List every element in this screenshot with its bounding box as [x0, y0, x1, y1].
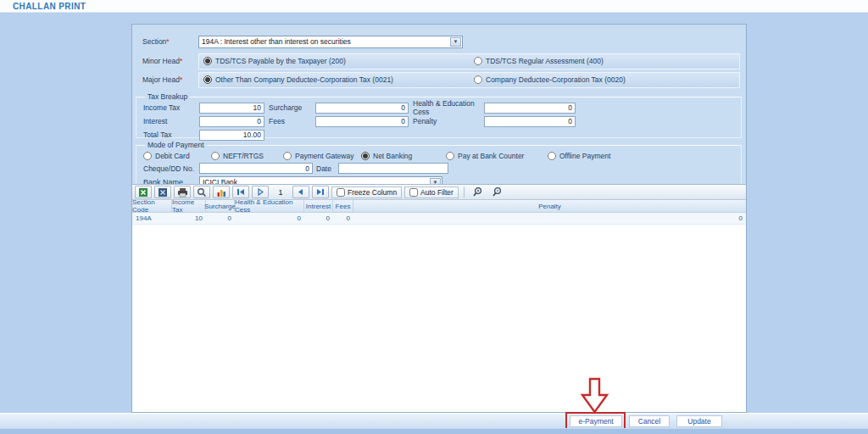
- chevron-down-icon[interactable]: ▼: [450, 37, 461, 47]
- payment-option-debit-card[interactable]: Debit Card: [143, 152, 211, 160]
- bottom-strip: [0, 428, 868, 434]
- payment-option-offline-payment[interactable]: Offline Payment: [548, 152, 610, 160]
- column-header[interactable]: Section Code: [132, 200, 172, 212]
- tax-breakup-row-2: Interest Fees Penalty: [143, 114, 736, 128]
- grid-header-row: Section Code Income Tax Surcharge Health…: [132, 200, 746, 213]
- total-tax-label: Total Tax: [143, 131, 199, 139]
- chart-button[interactable]: [213, 186, 230, 198]
- auto-filter-checkbox[interactable]: [409, 188, 418, 197]
- major-head-option-0020[interactable]: Company Deductee-Corporation Tax (0020): [474, 75, 626, 84]
- column-header[interactable]: Intrerest: [304, 200, 333, 212]
- magnifier-plus-icon: [472, 186, 483, 198]
- magnifier-minus-button[interactable]: [489, 186, 506, 198]
- column-header[interactable]: Surcharge: [206, 200, 235, 212]
- pager-first-button[interactable]: [232, 186, 249, 198]
- income-tax-input[interactable]: [199, 103, 264, 114]
- cheque-dd-no-label: Cheque/DD No.: [143, 164, 199, 173]
- update-button[interactable]: Update: [676, 415, 722, 427]
- minor-head-option-200[interactable]: TDS/TCS Payable by the Taxpayer (200): [203, 57, 346, 65]
- pager-last-button[interactable]: [312, 186, 329, 198]
- penalty-label: Penalty: [413, 117, 484, 125]
- date-label: Date: [316, 164, 338, 173]
- payment-gateway-radio[interactable]: [283, 152, 292, 160]
- offline-payment-radio[interactable]: [548, 152, 556, 160]
- penalty-input[interactable]: [484, 116, 576, 127]
- print-icon: [177, 187, 188, 198]
- pager-prev-button[interactable]: [292, 186, 309, 198]
- freeze-column-checkbox[interactable]: [337, 188, 345, 197]
- payment-option-neft-rtgs[interactable]: NEFT/RTGS: [211, 152, 283, 160]
- column-header[interactable]: Income Tax: [172, 200, 206, 212]
- major-head-radio-0020[interactable]: [474, 75, 482, 84]
- neft-rtgs-radio[interactable]: [211, 152, 220, 160]
- fees-input[interactable]: [315, 116, 409, 127]
- cell-income-tax: 10: [172, 213, 206, 224]
- payment-option-net-banking[interactable]: Net Banking: [361, 152, 446, 160]
- minor-head-radio-400[interactable]: [474, 57, 482, 65]
- red-down-arrow-annotation: [580, 377, 610, 415]
- e-payment-button[interactable]: e-Payment: [570, 415, 622, 427]
- major-head-row: Major Head* Other Than Company Deductee-…: [132, 70, 746, 89]
- page-number: 1: [271, 188, 290, 197]
- pager-first-icon: [236, 188, 245, 196]
- excel-export-button[interactable]: [135, 186, 152, 198]
- minor-head-row: Minor Head* TDS/TCS Payable by the Taxpa…: [132, 52, 746, 70]
- grid-empty-area: [132, 225, 746, 412]
- mode-of-payment-fieldset: Mode of Payment Debit Card NEFT/RTGS Pay…: [136, 141, 742, 185]
- section-select[interactable]: 194A : Interest other than interest on s…: [198, 36, 463, 48]
- freeze-column-toggle[interactable]: Freeze Column: [331, 186, 402, 198]
- print-button[interactable]: [174, 186, 191, 198]
- payment-options-row: Debit Card NEFT/RTGS Payment Gateway Net…: [143, 149, 736, 162]
- cell-section-code: 194A: [132, 213, 172, 224]
- cess-input[interactable]: [484, 103, 576, 114]
- cancel-button[interactable]: Cancel: [629, 415, 670, 427]
- interest-input[interactable]: [199, 116, 264, 127]
- cheque-dd-no-input[interactable]: [199, 163, 313, 174]
- challan-print-screen: CHALLAN PRINT Section* 194A : Interest o…: [0, 0, 868, 434]
- major-head-radio-0021[interactable]: [203, 75, 212, 84]
- section-select-value: 194A : Interest other than interest on s…: [202, 37, 351, 46]
- pager-last-icon: [316, 188, 325, 196]
- main-panel: Section* 194A : Interest other than inte…: [131, 24, 747, 413]
- export-file-button[interactable]: [154, 186, 171, 198]
- cell-surcharge: 0: [206, 213, 235, 224]
- magnifier-plus-button[interactable]: [470, 186, 487, 198]
- column-header[interactable]: Health & Education Cess: [235, 200, 304, 212]
- total-tax-input[interactable]: [199, 130, 264, 141]
- pager-next-icon: [256, 188, 264, 196]
- surcharge-label: Surcharge: [269, 103, 315, 112]
- minor-head-option-400[interactable]: TDS/TCS Regular Assessment (400): [474, 57, 604, 65]
- auto-filter-toggle[interactable]: Auto Filter: [404, 186, 459, 198]
- debit-card-radio[interactable]: [143, 152, 152, 160]
- table-row[interactable]: 194A 10 0 0 0 0 0: [132, 213, 746, 225]
- page-title: CHALLAN PRINT: [13, 2, 86, 11]
- cheque-date-row: Cheque/DD No. Date: [143, 162, 736, 175]
- payment-option-pay-at-bank-counter[interactable]: Pay at Bank Counter: [446, 152, 548, 160]
- major-head-option-0021[interactable]: Other Than Company Deductee-Corporation …: [203, 75, 393, 84]
- date-input[interactable]: [338, 163, 448, 174]
- pager-prev-icon: [297, 188, 305, 196]
- search-button[interactable]: [193, 186, 210, 198]
- challan-grid: 1 Freeze Column Auto Filter: [132, 184, 746, 412]
- search-icon: [197, 187, 207, 198]
- fees-label: Fees: [269, 117, 315, 125]
- pager-next-button[interactable]: [252, 186, 269, 198]
- major-head-label: Major Head*: [142, 75, 198, 84]
- cell-fees: 0: [333, 213, 353, 224]
- surcharge-input[interactable]: [315, 103, 409, 114]
- major-head-options: Other Than Company Deductee-Corporation …: [198, 72, 740, 88]
- export-file-icon: [158, 187, 168, 198]
- magnifier-minus-icon: [492, 186, 503, 198]
- tax-breakup-fieldset: Tax Breakup Income Tax Surcharge Health …: [136, 92, 742, 138]
- minor-head-radio-200[interactable]: [203, 57, 212, 65]
- grid-toolbar: 1 Freeze Column Auto Filter: [132, 185, 746, 200]
- column-header[interactable]: Fees: [333, 200, 353, 212]
- pay-at-bank-counter-radio[interactable]: [446, 152, 454, 160]
- payment-option-payment-gateway[interactable]: Payment Gateway: [283, 152, 361, 160]
- interest-label: Interest: [143, 117, 199, 125]
- footer-bar: e-Payment Cancel Update: [0, 413, 868, 428]
- column-header[interactable]: Penalty: [353, 200, 746, 212]
- cell-interest: 0: [304, 213, 333, 224]
- tax-breakup-row-1: Income Tax Surcharge Health & Education …: [143, 101, 736, 114]
- net-banking-radio[interactable]: [361, 152, 370, 160]
